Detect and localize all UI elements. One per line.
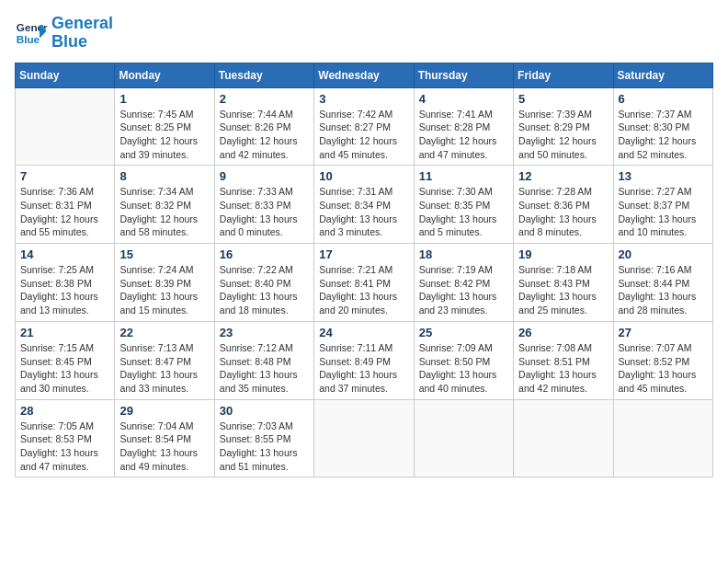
calendar-cell	[514, 399, 613, 477]
day-number: 28	[20, 404, 109, 418]
day-number: 19	[518, 247, 608, 261]
calendar-cell: 8Sunrise: 7:34 AM Sunset: 8:32 PM Daylig…	[115, 166, 214, 244]
svg-text:Blue: Blue	[17, 33, 40, 45]
calendar-cell: 30Sunrise: 7:03 AM Sunset: 8:55 PM Dayli…	[214, 399, 313, 477]
day-info: Sunrise: 7:22 AM Sunset: 8:40 PM Dayligh…	[220, 263, 309, 317]
day-number: 21	[20, 326, 109, 339]
calendar-cell: 28Sunrise: 7:05 AM Sunset: 8:53 PM Dayli…	[16, 399, 115, 477]
day-info: Sunrise: 7:45 AM Sunset: 8:25 PM Dayligh…	[119, 108, 209, 162]
calendar-cell: 12Sunrise: 7:28 AM Sunset: 8:36 PM Dayli…	[514, 166, 613, 244]
day-info: Sunrise: 7:19 AM Sunset: 8:42 PM Dayligh…	[419, 263, 508, 317]
day-number: 20	[619, 247, 708, 261]
day-info: Sunrise: 7:03 AM Sunset: 8:55 PM Dayligh…	[220, 419, 309, 474]
day-number: 22	[119, 326, 209, 339]
logo-text: GeneralBlue	[51, 15, 113, 52]
calendar-cell: 21Sunrise: 7:15 AM Sunset: 8:45 PM Dayli…	[16, 321, 115, 399]
calendar-cell: 29Sunrise: 7:04 AM Sunset: 8:54 PM Dayli…	[115, 399, 214, 477]
day-info: Sunrise: 7:28 AM Sunset: 8:36 PM Dayligh…	[518, 185, 608, 239]
calendar-cell	[414, 399, 513, 477]
day-number: 29	[119, 404, 209, 418]
calendar-cell: 9Sunrise: 7:33 AM Sunset: 8:33 PM Daylig…	[214, 166, 313, 244]
calendar-cell: 23Sunrise: 7:12 AM Sunset: 8:48 PM Dayli…	[214, 321, 313, 399]
day-info: Sunrise: 7:08 AM Sunset: 8:51 PM Dayligh…	[518, 341, 608, 396]
calendar-cell: 16Sunrise: 7:22 AM Sunset: 8:40 PM Dayli…	[214, 244, 313, 322]
day-info: Sunrise: 7:34 AM Sunset: 8:32 PM Dayligh…	[119, 185, 209, 239]
calendar-cell: 6Sunrise: 7:37 AM Sunset: 8:30 PM Daylig…	[613, 87, 712, 166]
day-info: Sunrise: 7:31 AM Sunset: 8:34 PM Dayligh…	[319, 185, 408, 239]
day-info: Sunrise: 7:37 AM Sunset: 8:30 PM Dayligh…	[619, 108, 708, 162]
calendar-cell: 1Sunrise: 7:45 AM Sunset: 8:25 PM Daylig…	[115, 87, 214, 166]
calendar-header-row: SundayMondayTuesdayWednesdayThursdayFrid…	[16, 63, 713, 87]
calendar-cell: 26Sunrise: 7:08 AM Sunset: 8:51 PM Dayli…	[514, 321, 613, 399]
calendar-header-monday: Monday	[115, 63, 214, 87]
calendar-week-row: 21Sunrise: 7:15 AM Sunset: 8:45 PM Dayli…	[16, 321, 713, 399]
day-info: Sunrise: 7:18 AM Sunset: 8:43 PM Dayligh…	[518, 263, 608, 317]
calendar-cell: 20Sunrise: 7:16 AM Sunset: 8:44 PM Dayli…	[613, 244, 712, 322]
calendar-cell: 10Sunrise: 7:31 AM Sunset: 8:34 PM Dayli…	[314, 166, 414, 244]
calendar-cell: 4Sunrise: 7:41 AM Sunset: 8:28 PM Daylig…	[414, 87, 513, 166]
day-number: 11	[419, 169, 508, 183]
calendar-header-tuesday: Tuesday	[214, 63, 313, 87]
day-info: Sunrise: 7:30 AM Sunset: 8:35 PM Dayligh…	[419, 185, 508, 239]
day-number: 16	[220, 247, 309, 261]
day-number: 15	[119, 247, 209, 261]
day-number: 5	[518, 92, 608, 106]
page-header: General Blue GeneralBlue	[15, 15, 713, 52]
calendar-table: SundayMondayTuesdayWednesdayThursdayFrid…	[15, 63, 713, 478]
day-info: Sunrise: 7:04 AM Sunset: 8:54 PM Dayligh…	[119, 419, 209, 474]
day-number: 10	[319, 169, 408, 183]
day-number: 4	[419, 92, 508, 106]
day-number: 8	[119, 169, 209, 183]
day-number: 26	[518, 326, 608, 339]
day-number: 9	[220, 169, 309, 183]
calendar-header-thursday: Thursday	[414, 63, 513, 87]
day-info: Sunrise: 7:21 AM Sunset: 8:41 PM Dayligh…	[319, 263, 408, 317]
calendar-cell: 15Sunrise: 7:24 AM Sunset: 8:39 PM Dayli…	[115, 244, 214, 322]
calendar-cell	[16, 87, 115, 166]
day-number: 18	[419, 247, 508, 261]
calendar-header-friday: Friday	[514, 63, 613, 87]
day-info: Sunrise: 7:24 AM Sunset: 8:39 PM Dayligh…	[119, 263, 209, 317]
calendar-cell	[613, 399, 712, 477]
calendar-cell: 5Sunrise: 7:39 AM Sunset: 8:29 PM Daylig…	[514, 87, 613, 166]
day-info: Sunrise: 7:15 AM Sunset: 8:45 PM Dayligh…	[20, 341, 109, 396]
day-number: 14	[20, 247, 109, 261]
day-number: 23	[220, 326, 309, 339]
day-number: 1	[119, 92, 209, 106]
day-info: Sunrise: 7:36 AM Sunset: 8:31 PM Dayligh…	[20, 185, 109, 239]
day-info: Sunrise: 7:41 AM Sunset: 8:28 PM Dayligh…	[419, 108, 508, 162]
day-number: 6	[619, 92, 708, 106]
calendar-cell: 11Sunrise: 7:30 AM Sunset: 8:35 PM Dayli…	[414, 166, 513, 244]
logo-icon: General Blue	[15, 17, 48, 50]
calendar-header-saturday: Saturday	[613, 63, 712, 87]
calendar-header-wednesday: Wednesday	[314, 63, 414, 87]
calendar-cell: 17Sunrise: 7:21 AM Sunset: 8:41 PM Dayli…	[314, 244, 414, 322]
day-info: Sunrise: 7:27 AM Sunset: 8:37 PM Dayligh…	[619, 185, 708, 239]
day-info: Sunrise: 7:44 AM Sunset: 8:26 PM Dayligh…	[220, 108, 309, 162]
calendar-header-sunday: Sunday	[16, 63, 115, 87]
day-number: 17	[319, 247, 408, 261]
calendar-cell: 22Sunrise: 7:13 AM Sunset: 8:47 PM Dayli…	[115, 321, 214, 399]
day-info: Sunrise: 7:11 AM Sunset: 8:49 PM Dayligh…	[319, 341, 408, 396]
calendar-week-row: 14Sunrise: 7:25 AM Sunset: 8:38 PM Dayli…	[16, 244, 713, 322]
day-info: Sunrise: 7:16 AM Sunset: 8:44 PM Dayligh…	[619, 263, 708, 317]
calendar-week-row: 1Sunrise: 7:45 AM Sunset: 8:25 PM Daylig…	[16, 87, 713, 166]
day-number: 24	[319, 326, 408, 339]
day-number: 2	[220, 92, 309, 106]
day-number: 25	[419, 326, 508, 339]
day-number: 7	[20, 169, 109, 183]
logo: General Blue GeneralBlue	[15, 15, 113, 52]
day-info: Sunrise: 7:09 AM Sunset: 8:50 PM Dayligh…	[419, 341, 508, 396]
calendar-week-row: 7Sunrise: 7:36 AM Sunset: 8:31 PM Daylig…	[16, 166, 713, 244]
calendar-cell: 27Sunrise: 7:07 AM Sunset: 8:52 PM Dayli…	[613, 321, 712, 399]
day-info: Sunrise: 7:33 AM Sunset: 8:33 PM Dayligh…	[220, 185, 309, 239]
day-number: 27	[619, 326, 708, 339]
calendar-cell	[314, 399, 414, 477]
calendar-cell: 25Sunrise: 7:09 AM Sunset: 8:50 PM Dayli…	[414, 321, 513, 399]
day-info: Sunrise: 7:13 AM Sunset: 8:47 PM Dayligh…	[119, 341, 209, 396]
day-info: Sunrise: 7:05 AM Sunset: 8:53 PM Dayligh…	[20, 419, 109, 474]
calendar-cell: 24Sunrise: 7:11 AM Sunset: 8:49 PM Dayli…	[314, 321, 414, 399]
day-info: Sunrise: 7:12 AM Sunset: 8:48 PM Dayligh…	[220, 341, 309, 396]
calendar-cell: 3Sunrise: 7:42 AM Sunset: 8:27 PM Daylig…	[314, 87, 414, 166]
day-number: 12	[518, 169, 608, 183]
